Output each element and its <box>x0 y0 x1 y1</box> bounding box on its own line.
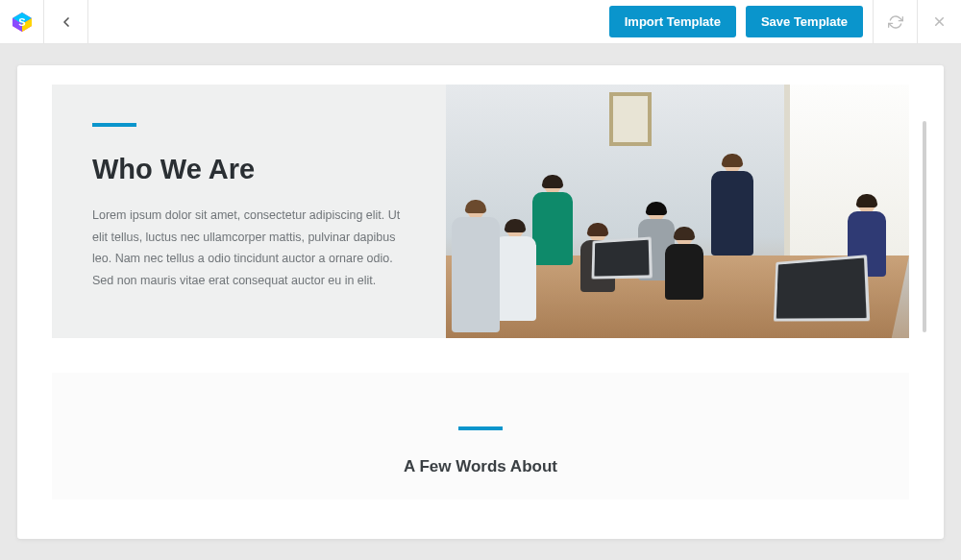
app-logo: S <box>0 0 44 44</box>
chevron-left-icon <box>59 14 74 30</box>
hero-title: Who We Are <box>92 154 417 185</box>
topbar: S Import Template Save Template <box>0 0 961 44</box>
import-template-button[interactable]: Import Template <box>609 6 736 37</box>
about-section[interactable]: A Few Words About <box>52 373 909 499</box>
hero-scene-illustration <box>446 85 909 338</box>
refresh-icon <box>888 14 903 30</box>
hero-section[interactable]: Who We Are Lorem ipsum dolor sit amet, c… <box>52 85 909 338</box>
close-icon <box>932 14 947 29</box>
svg-text:S: S <box>18 16 25 28</box>
hero-body: Lorem ipsum dolor sit amet, consectetur … <box>92 205 417 291</box>
template-canvas[interactable]: Who We Are Lorem ipsum dolor sit amet, c… <box>17 65 944 539</box>
hero-image <box>446 85 909 338</box>
accent-bar <box>92 123 136 127</box>
close-button[interactable] <box>917 0 961 44</box>
refresh-button[interactable] <box>873 0 917 44</box>
back-button[interactable] <box>44 0 88 44</box>
save-template-button[interactable]: Save Template <box>746 6 863 37</box>
scroll-handle[interactable] <box>923 121 926 332</box>
accent-bar <box>458 426 503 430</box>
about-title: A Few Words About <box>71 457 890 476</box>
logo-icon: S <box>11 11 34 34</box>
hero-text-column: Who We Are Lorem ipsum dolor sit amet, c… <box>52 85 446 338</box>
canvas-wrap: Who We Are Lorem ipsum dolor sit amet, c… <box>0 44 961 560</box>
